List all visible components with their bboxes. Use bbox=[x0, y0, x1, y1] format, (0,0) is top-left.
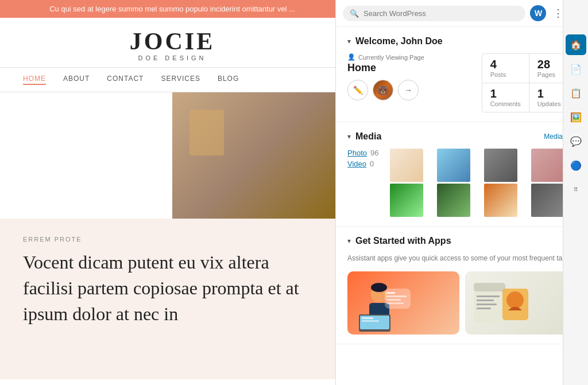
apps-header: ▾ Get Started with Apps bbox=[347, 236, 577, 246]
svg-rect-11 bbox=[386, 299, 401, 301]
media-thumb-6[interactable] bbox=[437, 184, 470, 217]
media-types: Photo 96 Video 0 bbox=[347, 149, 378, 217]
person-icon: 👤 bbox=[347, 53, 355, 61]
photo-label[interactable]: Photo bbox=[347, 149, 367, 157]
current-page-row: 👤 Currently Viewing Page Home ✏️ 🐻 → bbox=[347, 53, 577, 112]
app-illustration-1 bbox=[347, 271, 416, 335]
media-chevron[interactable]: ▾ bbox=[347, 133, 351, 141]
media-thumb-1[interactable] bbox=[390, 149, 423, 182]
wp-panel-body: ▾ Welcome, John Doe 👤 Currently Viewing … bbox=[336, 27, 588, 385]
current-page-name: Home bbox=[347, 62, 468, 74]
search-icon: 🔍 bbox=[350, 9, 359, 18]
video-type-row: Video 0 bbox=[347, 160, 378, 168]
svg-point-20 bbox=[506, 291, 524, 309]
site-header: JOCIE DOE DESIGN bbox=[0, 18, 345, 68]
svg-rect-12 bbox=[386, 302, 404, 304]
page-sidebar-icon[interactable]: 📄 bbox=[566, 59, 586, 79]
wordpress-logo: W bbox=[530, 5, 546, 21]
video-label[interactable]: Video bbox=[347, 160, 366, 168]
document-sidebar-icon[interactable]: 📋 bbox=[566, 83, 586, 103]
apps-section: ▾ Get Started with Apps Assistant apps g… bbox=[336, 227, 588, 344]
nav-about[interactable]: ABOUT bbox=[63, 75, 90, 85]
image-sidebar-icon[interactable]: 🖼️ bbox=[566, 107, 586, 127]
wordpress-panel: 🔍 W ⋮ × ▾ Welcome, John Doe 👤 Currently … bbox=[335, 0, 588, 385]
posts-stat: 4 Posts bbox=[482, 54, 529, 83]
welcome-section: ▾ Welcome, John Doe 👤 Currently Viewing … bbox=[336, 27, 588, 122]
chat-sidebar-icon[interactable]: 💬 bbox=[566, 131, 586, 151]
nav-blog[interactable]: BLOG bbox=[218, 75, 239, 85]
welcome-header: ▾ Welcome, John Doe bbox=[347, 36, 577, 46]
nav-services[interactable]: SERVICES bbox=[161, 75, 200, 85]
apps-title: Get Started with Apps bbox=[355, 236, 451, 246]
site-nav: HOME ABOUT CONTACT SERVICES BLOG bbox=[0, 68, 345, 92]
avatar-image: 🐻 bbox=[373, 80, 393, 100]
site-content: ERREM PROTE Vocent dicam putent eu vix a… bbox=[0, 219, 345, 379]
website-background: Cu qui sed at legere summo mel summo pop… bbox=[0, 0, 345, 385]
app-card-1[interactable] bbox=[347, 271, 459, 335]
media-title: Media bbox=[355, 131, 381, 142]
svg-rect-17 bbox=[477, 304, 497, 305]
hero-subtitle: ERREM PROTE bbox=[23, 236, 322, 243]
hero-image bbox=[172, 92, 345, 219]
svg-rect-9 bbox=[386, 292, 395, 294]
apps-sidebar-icon[interactable]: 🔵 bbox=[566, 155, 586, 176]
viewing-label: 👤 Currently Viewing Page bbox=[347, 53, 468, 61]
svg-rect-10 bbox=[386, 295, 407, 297]
media-section: ▾ Media Media App Photo 96 Video 0 bbox=[336, 122, 588, 227]
action-icons: ✏️ 🐻 → bbox=[347, 80, 468, 100]
media-title-row: ▾ Media bbox=[347, 131, 381, 142]
svg-point-3 bbox=[371, 283, 387, 292]
nav-home[interactable]: HOME bbox=[23, 75, 46, 85]
svg-rect-8 bbox=[385, 289, 411, 309]
welcome-chevron[interactable]: ▾ bbox=[347, 37, 351, 45]
media-header: ▾ Media Media App bbox=[347, 131, 577, 142]
photo-count: 96 bbox=[370, 149, 378, 157]
apps-chevron[interactable]: ▾ bbox=[347, 237, 351, 245]
site-logo-sub: DOE DESIGN bbox=[23, 55, 322, 61]
media-thumb-3[interactable] bbox=[484, 149, 517, 182]
photo-type-row: Photo 96 bbox=[347, 149, 378, 157]
site-hero bbox=[0, 92, 345, 219]
comments-stat: 1 Comments bbox=[482, 83, 529, 112]
posts-count: 4 bbox=[490, 59, 521, 70]
app-illustration-2 bbox=[465, 271, 534, 335]
arrow-button[interactable]: → bbox=[398, 80, 419, 100]
media-thumb-7[interactable] bbox=[484, 184, 517, 217]
posts-label: Posts bbox=[490, 71, 521, 78]
site-announcement: Cu qui sed at legere summo mel summo pop… bbox=[0, 0, 345, 18]
media-thumb-2[interactable] bbox=[437, 149, 470, 182]
svg-rect-16 bbox=[477, 300, 494, 301]
apps-description: Assistant apps give you quick access to … bbox=[347, 253, 577, 263]
media-content: Photo 96 Video 0 bbox=[347, 149, 577, 217]
video-count: 0 bbox=[370, 160, 374, 168]
grid-sidebar-icon[interactable]: ⠿ bbox=[566, 179, 586, 200]
hero-headline: Vocent dicam putent eu vix altera facili… bbox=[23, 250, 322, 326]
media-grid bbox=[390, 149, 577, 217]
svg-rect-6 bbox=[362, 317, 373, 319]
home-sidebar-icon[interactable]: 🏠 bbox=[566, 34, 586, 55]
avatar: 🐻 bbox=[373, 80, 393, 100]
site-logo: JOCIE bbox=[23, 29, 322, 53]
wp-search-box[interactable]: 🔍 bbox=[343, 6, 525, 21]
svg-rect-18 bbox=[477, 308, 491, 309]
edit-button[interactable]: ✏️ bbox=[347, 80, 368, 100]
media-thumb-8[interactable] bbox=[531, 184, 564, 217]
svg-rect-14 bbox=[474, 283, 505, 291]
comments-label: Comments bbox=[490, 100, 521, 107]
page-info: 👤 Currently Viewing Page Home ✏️ 🐻 → bbox=[347, 53, 468, 100]
app-card-2[interactable] bbox=[465, 271, 577, 335]
welcome-title: Welcome, John Doe bbox=[355, 36, 443, 46]
media-thumb-4[interactable] bbox=[531, 149, 564, 182]
apps-grid bbox=[347, 271, 577, 335]
comments-count: 1 bbox=[490, 88, 521, 99]
wp-topbar: 🔍 W ⋮ × bbox=[336, 0, 588, 27]
svg-rect-7 bbox=[362, 320, 379, 322]
media-thumb-5[interactable] bbox=[390, 184, 423, 217]
svg-rect-15 bbox=[477, 295, 500, 297]
nav-contact[interactable]: CONTACT bbox=[107, 75, 144, 85]
search-input[interactable] bbox=[363, 9, 519, 18]
wp-sidebar-icons: 🏠 📄 📋 🖼️ 💬 🔵 ⠿ bbox=[563, 0, 588, 385]
